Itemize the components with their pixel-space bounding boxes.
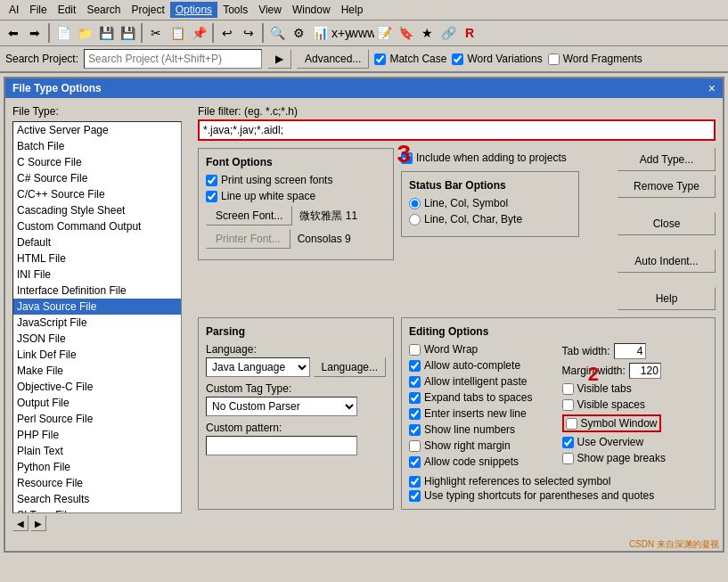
radio-line-col-symbol-input[interactable] xyxy=(409,198,421,209)
search-project-input[interactable] xyxy=(84,49,262,69)
typing-shortcuts-cb[interactable] xyxy=(409,490,421,502)
toolbar-btn-11[interactable]: 🔖 xyxy=(396,23,415,43)
filter-input[interactable] xyxy=(198,119,716,141)
toolbar-btn-5[interactable]: 🔍 xyxy=(267,23,287,43)
toolbar-btn-10[interactable]: 📝 xyxy=(374,23,394,43)
typing-shortcuts-label[interactable]: Use typing shortcuts for parentheses and… xyxy=(409,489,708,502)
add-type-btn[interactable]: Add Type... xyxy=(618,148,716,171)
tab-width-input[interactable] xyxy=(614,343,646,359)
remove-type-btn[interactable]: Remove Type xyxy=(618,175,716,198)
editing-cb[interactable] xyxy=(409,392,421,404)
editing-cb[interactable] xyxy=(409,440,421,452)
editing-cb-label[interactable]: Enter inserts new line xyxy=(409,407,555,420)
file-list-item[interactable]: C# Source File xyxy=(13,170,181,186)
file-list-item[interactable]: Interface Definition File xyxy=(13,283,181,299)
word-variations-checkbox[interactable] xyxy=(452,53,463,65)
custom-tag-select[interactable]: No Custom Parser xyxy=(206,397,357,416)
close-btn[interactable]: Close xyxy=(618,212,716,235)
file-list-item[interactable]: Objective-C File xyxy=(13,379,181,395)
menu-window[interactable]: Window xyxy=(287,2,336,18)
file-list-item[interactable]: Java Source File xyxy=(13,299,181,315)
editing-cb-label[interactable]: Show right margin xyxy=(409,439,555,452)
toolbar-btn-save[interactable]: 💾 xyxy=(96,23,116,43)
highlight-references-cb[interactable] xyxy=(409,476,421,488)
custom-pattern-input[interactable] xyxy=(206,436,357,455)
menu-tools[interactable]: Tools xyxy=(217,2,253,18)
line-up-whitespace-label[interactable]: Line up white space xyxy=(206,190,386,202)
file-list-item[interactable]: Active Server Page xyxy=(13,122,181,138)
match-case-label[interactable]: Match Case xyxy=(374,53,446,65)
include-adding-label[interactable]: Include when adding to projects xyxy=(401,152,610,164)
file-list[interactable]: Active Server PageBatch FileC Source Fil… xyxy=(12,121,182,513)
editing-cb[interactable] xyxy=(409,408,421,420)
toolbar-btn-1[interactable]: ⬅ xyxy=(4,23,23,43)
toolbar-btn-new[interactable]: 📄 xyxy=(53,23,73,43)
file-list-item[interactable]: Python File xyxy=(13,459,181,475)
word-fragments-label[interactable]: Word Fragments xyxy=(548,53,642,65)
match-case-checkbox[interactable] xyxy=(374,53,386,65)
toolbar-btn-undo[interactable]: ↩ xyxy=(217,23,237,43)
editing-cb2[interactable] xyxy=(562,383,574,395)
toolbar-btn-12[interactable]: ★ xyxy=(417,23,437,43)
margin-width-input[interactable] xyxy=(629,363,661,379)
file-list-item[interactable]: C/C++ Source File xyxy=(13,186,181,202)
menu-edit[interactable]: Edit xyxy=(53,2,82,18)
language-btn[interactable]: Language... xyxy=(314,357,386,377)
editing-cb2-label[interactable]: Symbol Window xyxy=(562,414,708,432)
editing-cb2-label[interactable]: Visible tabs xyxy=(562,382,708,395)
editing-cb2[interactable] xyxy=(562,453,574,464)
editing-cb[interactable] xyxy=(409,376,421,388)
file-list-item[interactable]: Plain Text xyxy=(13,443,181,459)
radio-line-col-symbol[interactable]: Line, Col, Symbol xyxy=(409,197,571,209)
file-list-item[interactable]: Perl Source File xyxy=(13,411,181,427)
print-screen-fonts-label[interactable]: Print using screen fonts xyxy=(206,174,386,186)
toolbar-btn-8[interactable]: x+y xyxy=(331,23,351,43)
file-list-item[interactable]: Output File xyxy=(13,395,181,411)
radio-line-col-char-input[interactable] xyxy=(409,214,421,225)
editing-cb2[interactable] xyxy=(562,399,574,411)
file-list-item[interactable]: JSON File xyxy=(13,331,181,347)
file-list-item[interactable]: Resource File xyxy=(13,475,181,491)
file-list-item[interactable]: Custom Command Output xyxy=(13,218,181,234)
help-btn[interactable]: Help xyxy=(618,287,716,310)
printer-font-btn[interactable]: Printer Font... xyxy=(206,229,290,249)
toolbar-btn-copy[interactable]: 📋 xyxy=(168,23,187,43)
scroll-right-btn[interactable]: ▶ xyxy=(30,515,46,531)
editing-cb2-label[interactable]: Visible spaces xyxy=(562,398,708,411)
file-list-item[interactable]: Search Results xyxy=(13,491,181,507)
line-up-whitespace-cb[interactable] xyxy=(206,191,217,202)
radio-line-col-char[interactable]: Line, Col, Char, Byte xyxy=(409,213,571,225)
toolbar-btn-r[interactable]: R xyxy=(460,23,479,43)
editing-cb[interactable] xyxy=(409,344,421,356)
language-select[interactable]: Java Language xyxy=(206,357,310,377)
editing-cb-label[interactable]: Word Wrap xyxy=(409,343,555,356)
file-list-item[interactable]: Link Def File xyxy=(13,347,181,363)
file-list-item[interactable]: Default xyxy=(13,234,181,250)
toolbar-btn-6[interactable]: ⚙ xyxy=(289,23,308,43)
editing-cb[interactable] xyxy=(409,360,421,372)
menu-search[interactable]: Search xyxy=(81,2,126,18)
editing-cb2-label[interactable]: Use Overview xyxy=(562,436,708,448)
editing-cb2-label[interactable]: Show page breaks xyxy=(562,452,708,464)
toolbar-btn-cut[interactable]: ✂ xyxy=(146,23,166,43)
file-list-item[interactable]: JavaScript File xyxy=(13,315,181,331)
menu-view[interactable]: View xyxy=(253,2,287,18)
menu-options[interactable]: Options xyxy=(170,2,217,18)
editing-cb-label[interactable]: Allow code snippets xyxy=(409,455,555,468)
word-fragments-checkbox[interactable] xyxy=(548,53,560,65)
toolbar-btn-redo[interactable]: ↪ xyxy=(239,23,258,43)
editing-cb-label[interactable]: Show line numbers xyxy=(409,423,555,436)
auto-indent-btn[interactable]: Auto Indent... xyxy=(618,250,716,273)
toolbar-btn-7[interactable]: 📊 xyxy=(310,23,330,43)
editing-cb-label[interactable]: Expand tabs to spaces xyxy=(409,391,555,404)
highlight-references-label[interactable]: Highlight references to selected symbol xyxy=(409,475,708,488)
menu-ai[interactable]: AI xyxy=(4,2,24,18)
file-list-item[interactable]: Cascading Style Sheet xyxy=(13,202,181,218)
menu-file[interactable]: File xyxy=(24,2,52,18)
toolbar-btn-13[interactable]: 🔗 xyxy=(438,23,458,43)
toolbar-btn-9[interactable]: www xyxy=(353,23,372,43)
menu-help[interactable]: Help xyxy=(336,2,369,18)
file-list-item[interactable]: SI Tags File xyxy=(13,507,181,513)
screen-font-btn[interactable]: Screen Font... xyxy=(206,206,292,225)
editing-cb-label[interactable]: Allow auto-complete xyxy=(409,359,555,372)
